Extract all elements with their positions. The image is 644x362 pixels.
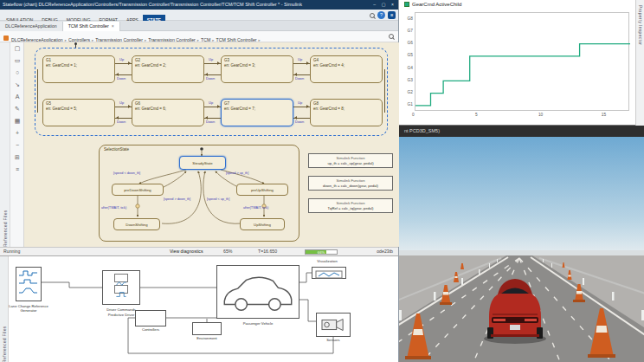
block-predictive-driver[interactable] (102, 270, 140, 305)
simulink-function-up[interactable]: Simulink Function up_th = calc_up(gear, … (308, 153, 393, 168)
state-G1[interactable]: G1en: GearCmd = 1; (42, 55, 115, 83)
block-passenger-vehicle[interactable] (216, 265, 299, 319)
function-signature: TqRef = calc_tq(gear, pedal) (310, 206, 391, 211)
breadcrumb: DLCReferenceApplication▸Controllers▸Tran… (11, 31, 262, 42)
state-preDownShifting[interactable]: preDownShifting (112, 184, 164, 196)
transition-up (204, 63, 221, 64)
state-G8[interactable]: G8en: GearCmd = 8; (310, 99, 383, 126)
view-diagnostics-link[interactable]: View diagnostics (170, 248, 203, 255)
simulink-model-window: Referenced Files Lane Change Reference G… (0, 255, 399, 362)
state-preUpShifting[interactable]: preUpShifting (236, 184, 288, 196)
state-DownShifting[interactable]: DownShifting (113, 218, 160, 230)
scope-legend[interactable]: GearCmd ActiveChild (404, 2, 461, 7)
block-lane-change-reference[interactable] (16, 267, 42, 301)
scope-plot-area[interactable] (415, 12, 629, 111)
model-canvas[interactable]: Lane Change Reference Generator Driver C… (9, 256, 399, 362)
transition-label: after(TWAIT, tick) (101, 206, 126, 210)
doc-tab[interactable]: TCM Shift Controller× (63, 22, 120, 31)
state-entry-action: en: GearCmd = 1; (46, 63, 114, 68)
stateflow-canvas[interactable]: G1en: GearCmd = 1;G2en: GearCmd = 2;G3en… (24, 42, 399, 247)
fit-view-icon[interactable]: ⊞ (10, 152, 24, 164)
document-tabs: DLCReferenceApplicationTCM Shift Control… (0, 21, 398, 31)
state-G5[interactable]: G5en: GearCmd = 5; (42, 99, 115, 126)
window-titlebar[interactable]: Stateflow (chart) DLCReferenceApplicatio… (0, 0, 398, 10)
signal-icon (18, 287, 39, 294)
minimize-button[interactable]: – (370, 0, 378, 10)
state-UpShifting[interactable]: UpShifting (240, 218, 285, 230)
property-inspector-label: Property Inspector (638, 5, 643, 126)
transition-label-up: Up (298, 101, 302, 105)
sim-time: T=16.650 (258, 248, 277, 255)
y-tick-label: G7 (401, 29, 413, 33)
state-G4[interactable]: G4en: GearCmd = 4; (310, 55, 383, 83)
signal-icon (18, 278, 39, 285)
transition-up (115, 63, 132, 64)
close-button[interactable]: × (389, 0, 396, 10)
image-tool-icon[interactable]: ▦ (10, 115, 24, 127)
toolstrip: SIMULATIONDEBUGMODELINGFORMATAPPSSTATE ?… (0, 10, 398, 21)
select-tool-icon[interactable]: ▢ (10, 42, 24, 55)
tab-close-icon[interactable]: × (112, 22, 114, 31)
maximize-button[interactable]: ▢ (380, 0, 388, 10)
block-sensors[interactable] (316, 313, 351, 337)
block-label: Visualization (303, 260, 351, 264)
state-SteadyState[interactable]: SteadyState (179, 156, 226, 170)
doc-tab-label: DLCReferenceApplication (5, 22, 57, 31)
state-entry-action: en: GearCmd = 3; (224, 63, 293, 68)
transition-label-up: Up (209, 101, 213, 105)
left-panel-tab[interactable]: Referenced Files (0, 256, 9, 362)
transition-tool-icon[interactable]: ↘ (10, 79, 24, 91)
function-signature: down_th = calc_down(gear, pedal) (310, 184, 391, 189)
camera-icon (317, 314, 350, 336)
transition-connector-left (37, 69, 38, 113)
car-icon (217, 266, 299, 318)
breadcrumb-search-icon[interactable] (389, 34, 394, 39)
y-tick-label: G3 (401, 78, 413, 82)
y-tick-label: G1 (401, 102, 413, 107)
signal-icon (18, 269, 39, 276)
document-tab-bar: DLCReferenceApplicationTCM Shift Control… (0, 21, 398, 31)
state-tool-icon[interactable]: ▭ (10, 55, 24, 67)
legend-swatch (404, 2, 409, 7)
junction-tool-icon[interactable]: ○ (10, 67, 24, 79)
simulink-function-tq[interactable]: Simulink Function TqRef = calc_tq(gear, … (308, 198, 393, 213)
selection-state[interactable]: SteadyStatepreDownShiftingpreUpShiftingD… (99, 145, 299, 242)
annotation-tool-icon[interactable]: A (10, 91, 24, 103)
scope-signal-name: GearCmd ActiveChild (412, 2, 461, 7)
selection-state-title: SelectionState (104, 147, 129, 152)
scope-window: GearCmd ActiveChild G1G2G3G4G5G6G7G80510… (399, 0, 644, 126)
zoom-in-icon[interactable]: + (10, 127, 24, 139)
block-controllers[interactable] (135, 310, 166, 326)
transition-down (115, 118, 132, 119)
gear-superstate-selected[interactable]: G1en: GearCmd = 1;G2en: GearCmd = 2;G3en… (35, 48, 388, 136)
comment-tool-icon[interactable]: ✎ (10, 103, 24, 115)
help-icon[interactable]: ? (377, 11, 385, 19)
transition-connector-right (384, 69, 385, 113)
transition-up (293, 63, 310, 64)
state-G6[interactable]: G6en: GearCmd = 6; (132, 99, 204, 126)
property-inspector-tab[interactable]: Property Inspector (635, 0, 644, 126)
state-G3[interactable]: G3en: GearCmd = 3; (221, 55, 293, 83)
state-G7[interactable]: G7en: GearCmd = 7; (221, 99, 293, 126)
simulink-function-down[interactable]: Simulink Function down_th = calc_down(ge… (308, 176, 393, 191)
y-tick-label: G6 (401, 41, 413, 45)
block-label: Lane Change Reference Generator (9, 305, 48, 314)
sim3d-viewport[interactable] (399, 137, 644, 362)
x-tick-label: 10 (538, 113, 543, 117)
transition-up (115, 107, 132, 107)
zoom-out-icon[interactable]: − (10, 139, 24, 152)
doc-tab[interactable]: DLCReferenceApplication (0, 22, 63, 31)
sim3d-window-titlebar[interactable]: nt PCD3D_SM5) (399, 126, 644, 137)
function-signature: up_th = calc_up(gear, pedal) (310, 161, 391, 166)
left-panel-tab[interactable]: Referenced Files (0, 42, 10, 247)
list-tool-icon[interactable]: ≡ (10, 164, 24, 176)
search-icon[interactable] (370, 13, 375, 18)
solver-name[interactable]: ode23tb (377, 248, 393, 255)
state-entry-action: en: GearCmd = 7; (224, 107, 293, 112)
state-G2[interactable]: G2en: GearCmd = 2; (132, 55, 204, 83)
block-label: Passenger Vehicle (225, 322, 291, 326)
account-icon[interactable]: ≡ (388, 11, 396, 19)
block-environment[interactable] (192, 322, 222, 335)
block-visualization[interactable] (312, 267, 346, 279)
transition-up (293, 107, 310, 107)
